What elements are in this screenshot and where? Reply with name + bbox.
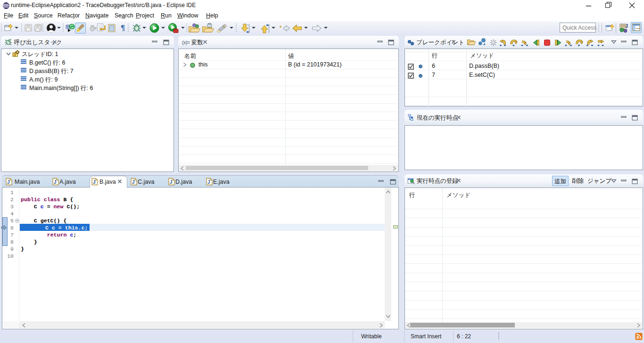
svg-text:J: J	[207, 180, 210, 185]
svg-text:J: J	[132, 180, 135, 185]
svg-text:J: J	[170, 180, 173, 185]
svg-text:J: J	[54, 180, 57, 185]
svg-text:J: J	[625, 23, 628, 29]
svg-text:J: J	[7, 180, 10, 185]
svg-text:J: J	[93, 180, 96, 185]
